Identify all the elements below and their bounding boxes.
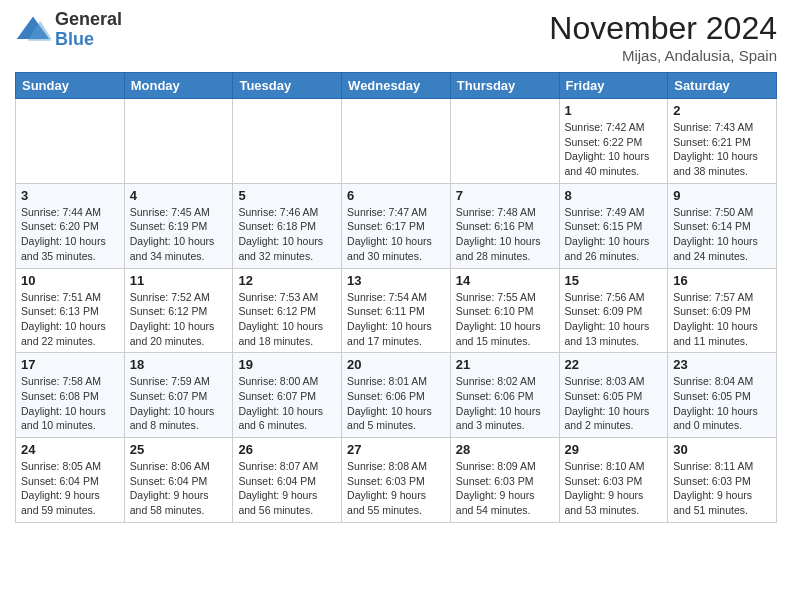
day-info: Sunrise: 8:05 AM Sunset: 6:04 PM Dayligh… <box>21 459 119 518</box>
day-number: 23 <box>673 357 771 372</box>
weekday-header: Thursday <box>450 73 559 99</box>
day-info: Sunrise: 7:53 AM Sunset: 6:12 PM Dayligh… <box>238 290 336 349</box>
day-info: Sunrise: 8:10 AM Sunset: 6:03 PM Dayligh… <box>565 459 663 518</box>
calendar-cell: 20Sunrise: 8:01 AM Sunset: 6:06 PM Dayli… <box>342 353 451 438</box>
day-info: Sunrise: 7:47 AM Sunset: 6:17 PM Dayligh… <box>347 205 445 264</box>
day-number: 27 <box>347 442 445 457</box>
weekday-header: Friday <box>559 73 668 99</box>
calendar-cell: 10Sunrise: 7:51 AM Sunset: 6:13 PM Dayli… <box>16 268 125 353</box>
logo-icon <box>15 12 51 48</box>
calendar-cell: 15Sunrise: 7:56 AM Sunset: 6:09 PM Dayli… <box>559 268 668 353</box>
month-title: November 2024 <box>549 10 777 47</box>
day-number: 14 <box>456 273 554 288</box>
calendar-week-row: 10Sunrise: 7:51 AM Sunset: 6:13 PM Dayli… <box>16 268 777 353</box>
day-info: Sunrise: 7:59 AM Sunset: 6:07 PM Dayligh… <box>130 374 228 433</box>
calendar-cell: 14Sunrise: 7:55 AM Sunset: 6:10 PM Dayli… <box>450 268 559 353</box>
calendar-cell: 18Sunrise: 7:59 AM Sunset: 6:07 PM Dayli… <box>124 353 233 438</box>
day-info: Sunrise: 8:11 AM Sunset: 6:03 PM Dayligh… <box>673 459 771 518</box>
day-info: Sunrise: 8:00 AM Sunset: 6:07 PM Dayligh… <box>238 374 336 433</box>
day-number: 3 <box>21 188 119 203</box>
calendar-cell: 9Sunrise: 7:50 AM Sunset: 6:14 PM Daylig… <box>668 183 777 268</box>
calendar-cell: 13Sunrise: 7:54 AM Sunset: 6:11 PM Dayli… <box>342 268 451 353</box>
logo-general: General <box>55 10 122 30</box>
day-number: 24 <box>21 442 119 457</box>
day-info: Sunrise: 8:04 AM Sunset: 6:05 PM Dayligh… <box>673 374 771 433</box>
day-number: 2 <box>673 103 771 118</box>
weekday-header: Wednesday <box>342 73 451 99</box>
day-info: Sunrise: 7:56 AM Sunset: 6:09 PM Dayligh… <box>565 290 663 349</box>
page: General Blue November 2024 Mijas, Andalu… <box>0 0 792 538</box>
day-number: 8 <box>565 188 663 203</box>
day-info: Sunrise: 7:51 AM Sunset: 6:13 PM Dayligh… <box>21 290 119 349</box>
calendar-cell: 30Sunrise: 8:11 AM Sunset: 6:03 PM Dayli… <box>668 438 777 523</box>
calendar-cell: 27Sunrise: 8:08 AM Sunset: 6:03 PM Dayli… <box>342 438 451 523</box>
day-number: 21 <box>456 357 554 372</box>
calendar-cell: 23Sunrise: 8:04 AM Sunset: 6:05 PM Dayli… <box>668 353 777 438</box>
day-number: 6 <box>347 188 445 203</box>
day-info: Sunrise: 7:54 AM Sunset: 6:11 PM Dayligh… <box>347 290 445 349</box>
day-number: 17 <box>21 357 119 372</box>
logo-blue: Blue <box>55 30 122 50</box>
calendar-cell: 22Sunrise: 8:03 AM Sunset: 6:05 PM Dayli… <box>559 353 668 438</box>
title-block: November 2024 Mijas, Andalusia, Spain <box>549 10 777 64</box>
day-number: 16 <box>673 273 771 288</box>
weekday-header: Saturday <box>668 73 777 99</box>
day-info: Sunrise: 7:57 AM Sunset: 6:09 PM Dayligh… <box>673 290 771 349</box>
day-number: 1 <box>565 103 663 118</box>
day-info: Sunrise: 7:42 AM Sunset: 6:22 PM Dayligh… <box>565 120 663 179</box>
calendar-cell: 6Sunrise: 7:47 AM Sunset: 6:17 PM Daylig… <box>342 183 451 268</box>
day-number: 26 <box>238 442 336 457</box>
calendar-cell: 21Sunrise: 8:02 AM Sunset: 6:06 PM Dayli… <box>450 353 559 438</box>
calendar-cell: 7Sunrise: 7:48 AM Sunset: 6:16 PM Daylig… <box>450 183 559 268</box>
day-info: Sunrise: 8:08 AM Sunset: 6:03 PM Dayligh… <box>347 459 445 518</box>
day-info: Sunrise: 7:58 AM Sunset: 6:08 PM Dayligh… <box>21 374 119 433</box>
day-number: 19 <box>238 357 336 372</box>
calendar-cell <box>16 99 125 184</box>
calendar-cell: 19Sunrise: 8:00 AM Sunset: 6:07 PM Dayli… <box>233 353 342 438</box>
day-number: 4 <box>130 188 228 203</box>
calendar-cell <box>450 99 559 184</box>
calendar-cell: 5Sunrise: 7:46 AM Sunset: 6:18 PM Daylig… <box>233 183 342 268</box>
day-info: Sunrise: 7:45 AM Sunset: 6:19 PM Dayligh… <box>130 205 228 264</box>
weekday-header: Monday <box>124 73 233 99</box>
weekday-header: Sunday <box>16 73 125 99</box>
day-number: 9 <box>673 188 771 203</box>
calendar-week-row: 1Sunrise: 7:42 AM Sunset: 6:22 PM Daylig… <box>16 99 777 184</box>
calendar-cell <box>342 99 451 184</box>
calendar-cell <box>124 99 233 184</box>
calendar-cell: 24Sunrise: 8:05 AM Sunset: 6:04 PM Dayli… <box>16 438 125 523</box>
calendar-cell: 12Sunrise: 7:53 AM Sunset: 6:12 PM Dayli… <box>233 268 342 353</box>
day-info: Sunrise: 8:07 AM Sunset: 6:04 PM Dayligh… <box>238 459 336 518</box>
calendar-week-row: 24Sunrise: 8:05 AM Sunset: 6:04 PM Dayli… <box>16 438 777 523</box>
calendar-cell: 4Sunrise: 7:45 AM Sunset: 6:19 PM Daylig… <box>124 183 233 268</box>
calendar-cell: 28Sunrise: 8:09 AM Sunset: 6:03 PM Dayli… <box>450 438 559 523</box>
calendar-cell: 3Sunrise: 7:44 AM Sunset: 6:20 PM Daylig… <box>16 183 125 268</box>
day-info: Sunrise: 7:43 AM Sunset: 6:21 PM Dayligh… <box>673 120 771 179</box>
calendar-cell: 1Sunrise: 7:42 AM Sunset: 6:22 PM Daylig… <box>559 99 668 184</box>
calendar-cell: 2Sunrise: 7:43 AM Sunset: 6:21 PM Daylig… <box>668 99 777 184</box>
day-info: Sunrise: 8:01 AM Sunset: 6:06 PM Dayligh… <box>347 374 445 433</box>
calendar-cell <box>233 99 342 184</box>
day-number: 13 <box>347 273 445 288</box>
location: Mijas, Andalusia, Spain <box>549 47 777 64</box>
day-number: 7 <box>456 188 554 203</box>
day-number: 25 <box>130 442 228 457</box>
day-info: Sunrise: 8:03 AM Sunset: 6:05 PM Dayligh… <box>565 374 663 433</box>
day-number: 29 <box>565 442 663 457</box>
logo-text: General Blue <box>55 10 122 50</box>
calendar-table: SundayMondayTuesdayWednesdayThursdayFrid… <box>15 72 777 523</box>
logo: General Blue <box>15 10 122 50</box>
day-info: Sunrise: 7:55 AM Sunset: 6:10 PM Dayligh… <box>456 290 554 349</box>
calendar-cell: 11Sunrise: 7:52 AM Sunset: 6:12 PM Dayli… <box>124 268 233 353</box>
day-number: 12 <box>238 273 336 288</box>
day-number: 20 <box>347 357 445 372</box>
day-number: 5 <box>238 188 336 203</box>
calendar-week-row: 17Sunrise: 7:58 AM Sunset: 6:08 PM Dayli… <box>16 353 777 438</box>
day-info: Sunrise: 8:06 AM Sunset: 6:04 PM Dayligh… <box>130 459 228 518</box>
day-number: 15 <box>565 273 663 288</box>
header: General Blue November 2024 Mijas, Andalu… <box>15 10 777 64</box>
day-info: Sunrise: 7:52 AM Sunset: 6:12 PM Dayligh… <box>130 290 228 349</box>
day-number: 22 <box>565 357 663 372</box>
day-number: 18 <box>130 357 228 372</box>
calendar-cell: 25Sunrise: 8:06 AM Sunset: 6:04 PM Dayli… <box>124 438 233 523</box>
